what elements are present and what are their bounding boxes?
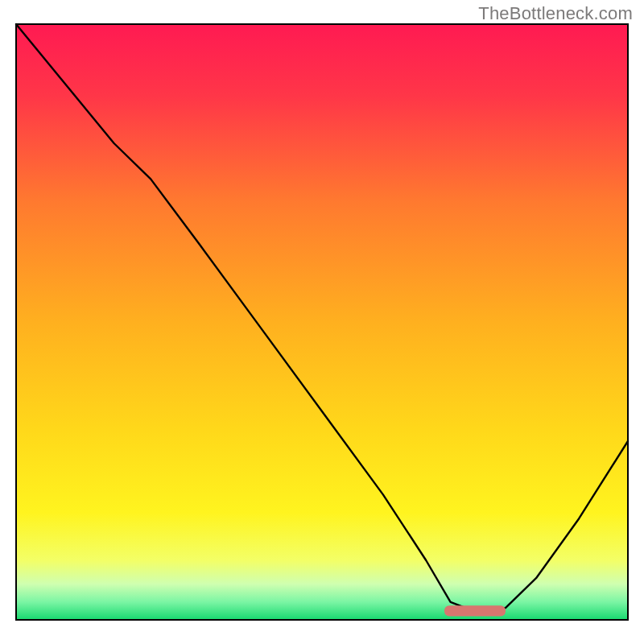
optimal-range-marker: [444, 605, 506, 616]
watermark-label: TheBottleneck.com: [478, 3, 633, 24]
chart-container: TheBottleneck.com: [0, 0, 644, 644]
plot-area: [16, 24, 628, 620]
bottleneck-line-chart: [0, 0, 644, 644]
